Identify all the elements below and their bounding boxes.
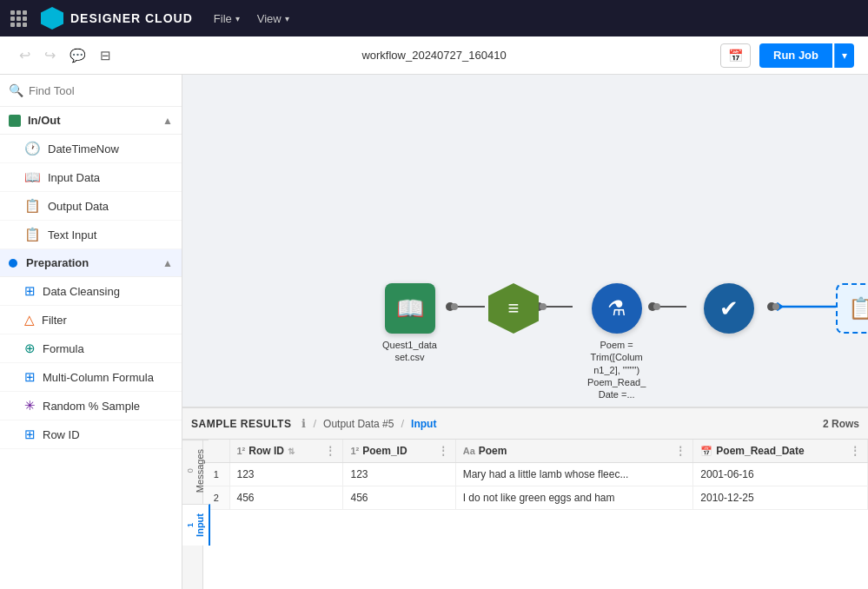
- formula-label: Formula: [43, 342, 84, 355]
- workflow-name: workflow_20240727_160410: [361, 49, 506, 62]
- run-job-button[interactable]: Run Job: [759, 43, 832, 68]
- bottom-tabs-bar: SAMPLE RESULTS ℹ / Output Data #5 / Inpu…: [182, 408, 868, 440]
- node-hex-formula-icon: ≡: [488, 283, 539, 334]
- side-tab-input[interactable]: 1 Input: [182, 504, 210, 546]
- node-formula-label: Poem =Trim([Column1_2], """")Poem_Read_D…: [587, 339, 646, 400]
- node-hex-formula[interactable]: ≡: [488, 283, 539, 334]
- toolbar-right: 📅 Run Job ▾: [720, 43, 854, 68]
- poem-type-icon: Aa: [463, 446, 475, 456]
- svg-point-8: [653, 303, 660, 310]
- col-header-rowid[interactable]: 1² Row ID ⇅ ⋮: [229, 440, 343, 463]
- toolbar: ↩ ↪ 💬 ⊟ workflow_20240727_160410 📅 Run J…: [0, 36, 868, 75]
- nav-view[interactable]: View ▾: [257, 12, 289, 25]
- row-1-poem: Mary had a little lamb whose fleec...: [455, 463, 693, 486]
- row-2-poemreaddate: 2010-12-25: [693, 486, 868, 510]
- sidebar-item-multicolumnformula[interactable]: ⊞ Multi-Column Formula: [0, 363, 182, 392]
- top-nav: DESIGNER CLOUD File ▾ View ▾: [0, 0, 868, 36]
- textinput-icon: 📋: [24, 227, 41, 242]
- sidebar-item-outputdata[interactable]: 📋 Output Data: [0, 192, 182, 221]
- multicolformula-label: Multi-Column Formula: [43, 371, 154, 384]
- outputdata-icon: 📋: [24, 198, 41, 214]
- preparation-section-dot: [9, 259, 17, 268]
- col-header-poemid[interactable]: 1² Poem_ID ⋮: [343, 440, 455, 463]
- undo-button[interactable]: ↩: [14, 43, 36, 67]
- col-poemreaddate-label: Poem_Read_Date: [716, 445, 804, 457]
- datetimesnow-icon: 🕐: [24, 141, 41, 156]
- brand-name: DESIGNER CLOUD: [70, 11, 193, 25]
- sidebar-item-datacleansing[interactable]: ⊞ Data Cleansing: [0, 277, 182, 306]
- rowid-col-menu[interactable]: ⋮: [325, 445, 335, 457]
- node-input-csv[interactable]: 📖 Quest1_dataset.csv: [382, 283, 437, 364]
- canvas-area[interactable]: 📖 Quest1_dataset.csv ≡ ⚗ Poem =Trim([Col…: [182, 75, 868, 589]
- datacleansing-icon: ⊞: [24, 283, 36, 299]
- rowid-type-icon: 1²: [237, 446, 246, 456]
- file-chevron: ▾: [235, 14, 240, 23]
- search-icon: 🔍: [9, 83, 23, 97]
- preparation-section-label: Preparation: [26, 256, 89, 269]
- main-layout: 🔍 ❮ In/Out ▲ 🕐 DateTimeNow 📖 Input Data …: [0, 75, 868, 589]
- poemreaddate-col-menu[interactable]: ⋮: [850, 445, 860, 457]
- breadcrumb-input[interactable]: Input: [411, 418, 436, 430]
- table-row: 1 123 123 Mary had a little lamb whose f…: [203, 463, 868, 486]
- results-table-container: 1² Row ID ⇅ ⋮ 1² Poem_ID ⋮: [203, 440, 868, 589]
- randomsample-label: Random % Sample: [43, 400, 140, 413]
- node-output[interactable]: 📋: [836, 283, 868, 334]
- run-job-dropdown-button[interactable]: ▾: [834, 43, 854, 68]
- sidebar-search-bar: 🔍 ❮: [0, 75, 182, 107]
- inputdata-label: Input Data: [48, 171, 100, 184]
- sidebar-item-textinput[interactable]: 📋 Text Input: [0, 221, 182, 249]
- node-formula[interactable]: ⚗ Poem =Trim([Column1_2], """")Poem_Read…: [587, 283, 646, 400]
- inout-section-icon: [9, 115, 21, 127]
- sidebar-section-inout[interactable]: In/Out ▲: [0, 107, 182, 135]
- side-tab-messages[interactable]: 0 Messages: [182, 440, 209, 501]
- bottom-panel: SAMPLE RESULTS ℹ / Output Data #5 / Inpu…: [182, 407, 868, 589]
- sidebar-item-randomsample[interactable]: ✳ Random % Sample: [0, 392, 182, 420]
- col-header-poemreaddate[interactable]: 📅 Poem_Read_Date ⋮: [693, 440, 868, 463]
- logo-icon: [41, 7, 63, 30]
- nav-menu: File ▾ View ▾: [214, 12, 289, 25]
- poemid-type-icon: 1²: [350, 446, 359, 456]
- sidebar-item-formula[interactable]: ⊕ Formula: [0, 334, 182, 363]
- svg-point-5: [540, 303, 547, 310]
- randomsample-icon: ✳: [24, 398, 36, 414]
- node-check[interactable]: ✔: [704, 283, 754, 334]
- row-1-rowid: 123: [229, 463, 343, 486]
- node-formula-icon: ⚗: [592, 283, 642, 334]
- schedule-button[interactable]: 📅: [720, 43, 751, 68]
- node-input-csv-icon: 📖: [385, 283, 435, 334]
- table-row: 2 456 456 I do not like green eggs and h…: [203, 486, 868, 510]
- svg-point-10: [772, 303, 779, 310]
- breadcrumb-outputdata[interactable]: Output Data #5: [323, 418, 394, 430]
- col-poemid-label: Poem_ID: [362, 445, 407, 457]
- comment-button[interactable]: 💬: [64, 44, 91, 67]
- inout-section-label: In/Out: [28, 114, 61, 127]
- redo-button[interactable]: ↪: [39, 43, 61, 67]
- search-input[interactable]: [29, 84, 175, 97]
- nav-file[interactable]: File ▾: [214, 12, 240, 25]
- sidebar-item-filter[interactable]: △ Filter: [0, 306, 182, 334]
- row-2-poem: I do not like green eggs and ham: [455, 486, 693, 510]
- rowid-label: Row ID: [43, 428, 80, 441]
- row-1-poemid: 123: [343, 463, 455, 486]
- breadcrumb-sep-1: /: [313, 417, 316, 430]
- results-info-icon[interactable]: ℹ: [301, 417, 306, 430]
- sidebar-section-preparation[interactable]: Preparation ▲: [0, 249, 182, 277]
- rows-count-label: 2 Rows: [823, 418, 859, 430]
- layout-button[interactable]: ⊟: [95, 44, 116, 67]
- grid-menu-icon[interactable]: [10, 10, 27, 27]
- row-2-poemid: 456: [343, 486, 455, 510]
- poemid-col-menu[interactable]: ⋮: [438, 445, 448, 457]
- inout-expand-icon: ▲: [162, 115, 173, 127]
- outputdata-label: Output Data: [48, 200, 109, 213]
- poem-col-menu[interactable]: ⋮: [675, 445, 686, 457]
- sidebar-item-rowid[interactable]: ⊞ Row ID: [0, 420, 182, 449]
- formula-icon: ⊕: [24, 341, 36, 356]
- sidebar: 🔍 ❮ In/Out ▲ 🕐 DateTimeNow 📖 Input Data …: [0, 75, 182, 589]
- sidebar-item-datetimesnow[interactable]: 🕐 DateTimeNow: [0, 135, 182, 163]
- textinput-label: Text Input: [48, 228, 96, 242]
- node-output-icon: 📋: [836, 283, 868, 334]
- col-header-poem[interactable]: Aa Poem ⋮: [455, 440, 693, 463]
- sidebar-item-inputdata[interactable]: 📖 Input Data: [0, 163, 182, 192]
- filter-icon: △: [24, 312, 35, 328]
- results-table: 1² Row ID ⇅ ⋮ 1² Poem_ID ⋮: [203, 440, 868, 510]
